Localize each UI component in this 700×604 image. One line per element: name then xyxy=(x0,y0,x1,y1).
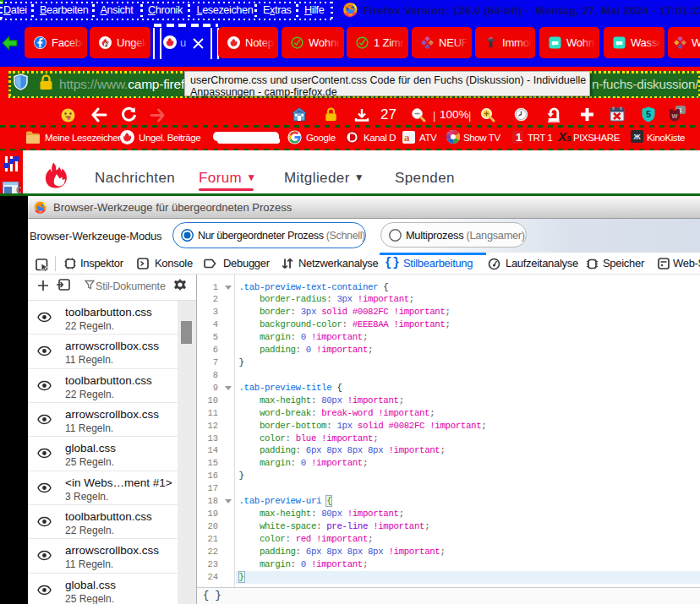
svg-text:2: 2 xyxy=(105,41,108,47)
svg-text:5: 5 xyxy=(646,109,651,119)
svg-text:w: w xyxy=(670,112,678,120)
svg-text:Ж: Ж xyxy=(632,133,641,141)
